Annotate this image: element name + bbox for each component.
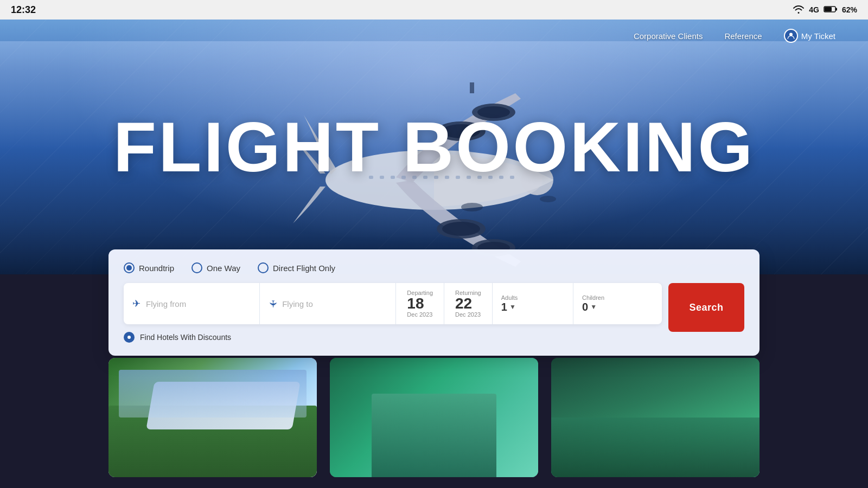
children-label: Children xyxy=(582,294,653,301)
svg-rect-23 xyxy=(401,176,406,179)
direct-label: Direct Flight Only xyxy=(273,264,335,273)
card-1-image xyxy=(108,358,317,477)
svg-rect-19 xyxy=(499,176,503,179)
flying-to-placeholder: Flying to xyxy=(282,299,387,309)
navigation: Corporative Clients Reference My Ticket xyxy=(0,20,868,52)
svg-point-8 xyxy=(477,106,510,118)
wifi-icon xyxy=(793,5,805,15)
roundtrip-radio-fill xyxy=(126,265,132,271)
svg-rect-16 xyxy=(467,176,471,179)
nav-corporate[interactable]: Corporative Clients xyxy=(634,31,703,41)
flying-from-content: Flying from xyxy=(146,299,251,309)
children-field[interactable]: Children 0 ▼ xyxy=(573,283,662,324)
search-panel: Roundtrip One Way Direct Flight Only ✈ F… xyxy=(108,249,760,356)
status-time: 12:32 xyxy=(11,4,36,16)
destination-card-3[interactable] xyxy=(551,358,760,477)
svg-rect-24 xyxy=(391,176,395,179)
svg-rect-21 xyxy=(423,176,427,179)
returning-day: 22 xyxy=(455,296,472,311)
svg-rect-22 xyxy=(412,176,417,179)
returning-month: Dec 2023 xyxy=(455,311,481,318)
plane-arrive-icon: ✈ xyxy=(267,300,279,308)
svg-rect-1 xyxy=(835,8,837,10)
departing-field[interactable]: Departing 18 Dec 2023 xyxy=(396,283,444,324)
svg-rect-26 xyxy=(369,176,373,179)
svg-point-6 xyxy=(442,124,480,138)
returning-field[interactable]: Returning 22 Dec 2023 xyxy=(444,283,493,324)
oneway-label: One Way xyxy=(207,264,240,273)
adults-value: 1 xyxy=(501,301,507,313)
signal-label: 4G xyxy=(809,5,819,14)
search-button[interactable]: Search xyxy=(668,283,744,332)
flying-to-field[interactable]: ✈ Flying to xyxy=(260,283,396,324)
nav-myticket-label: My Ticket xyxy=(801,31,835,41)
oneway-radio[interactable] xyxy=(192,262,202,273)
children-value: 0 xyxy=(582,301,588,313)
direct-radio[interactable] xyxy=(258,262,269,273)
adults-label: Adults xyxy=(501,294,564,301)
svg-point-29 xyxy=(540,196,556,202)
flying-from-field[interactable]: ✈ Flying from xyxy=(124,283,260,324)
svg-rect-28 xyxy=(470,82,474,93)
flying-to-content: Flying to xyxy=(282,299,387,309)
roundtrip-radio[interactable] xyxy=(124,262,135,273)
nav-reference[interactable]: Reference xyxy=(724,31,762,41)
adults-dropdown-icon[interactable]: ▼ xyxy=(509,303,516,311)
destination-cards xyxy=(108,358,760,477)
trip-type-row: Roundtrip One Way Direct Flight Only xyxy=(124,262,744,273)
card-2-image xyxy=(330,358,538,477)
hotels-label[interactable]: Find Hotels With Discounts xyxy=(140,333,231,342)
hero-section xyxy=(0,20,868,274)
children-dropdown-icon[interactable]: ▼ xyxy=(590,303,597,311)
svg-rect-20 xyxy=(510,176,514,179)
svg-rect-18 xyxy=(488,176,493,179)
battery-icon xyxy=(824,5,838,15)
status-icons: 4G 62% xyxy=(793,5,857,15)
user-avatar-icon xyxy=(784,29,798,43)
hotels-check-icon xyxy=(124,332,135,343)
direct-option[interactable]: Direct Flight Only xyxy=(258,262,335,273)
svg-point-32 xyxy=(127,336,131,339)
svg-rect-13 xyxy=(434,176,438,179)
roundtrip-option[interactable]: Roundtrip xyxy=(124,262,174,273)
destination-card-2[interactable] xyxy=(330,358,538,477)
airplane-image xyxy=(244,82,624,274)
battery-label: 62% xyxy=(842,5,857,14)
svg-rect-15 xyxy=(456,176,460,179)
departing-day: 18 xyxy=(407,296,424,311)
adults-field[interactable]: Adults 1 ▼ xyxy=(493,283,573,324)
svg-rect-17 xyxy=(477,176,482,179)
search-fields: ✈ Flying from ✈ Flying to Departing 18 D… xyxy=(124,283,662,324)
svg-rect-25 xyxy=(380,176,384,179)
nav-myticket[interactable]: My Ticket xyxy=(784,29,835,43)
card-3-image xyxy=(551,358,760,477)
destination-card-1[interactable] xyxy=(108,358,317,477)
svg-point-10 xyxy=(442,222,480,236)
adults-content: Adults 1 ▼ xyxy=(501,294,564,313)
roundtrip-label: Roundtrip xyxy=(139,264,174,273)
svg-rect-14 xyxy=(445,176,449,179)
oneway-option[interactable]: One Way xyxy=(192,262,240,273)
children-content: Children 0 ▼ xyxy=(582,294,653,313)
flying-from-placeholder: Flying from xyxy=(146,299,251,309)
departing-month: Dec 2023 xyxy=(407,311,432,318)
plane-depart-icon: ✈ xyxy=(132,298,141,310)
status-bar: 12:32 4G 62% xyxy=(0,0,868,20)
svg-rect-2 xyxy=(825,7,832,11)
hotels-row: Find Hotels With Discounts xyxy=(124,332,744,343)
search-fields-container: ✈ Flying from ✈ Flying to Departing 18 D… xyxy=(124,283,744,332)
svg-point-27 xyxy=(461,203,483,211)
